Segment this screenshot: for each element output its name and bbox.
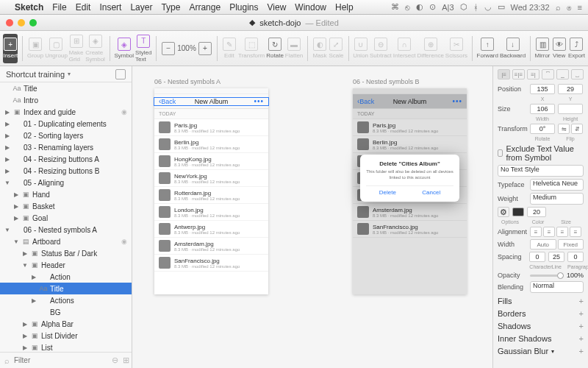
- layer-row[interactable]: AaTitle: [0, 283, 132, 294]
- intersect-button[interactable]: ∩Intersect: [393, 34, 416, 63]
- filter-toggle-icon[interactable]: ⊞: [123, 355, 129, 365]
- flip-v-icon[interactable]: ⇵: [571, 124, 583, 134]
- opacity-slider[interactable]: [530, 275, 564, 277]
- edit-button[interactable]: ✎Edit: [222, 34, 237, 63]
- blending-select[interactable]: Normal: [530, 281, 584, 293]
- symbol-button[interactable]: ◈Symbol: [114, 34, 134, 63]
- close-button[interactable]: [6, 19, 13, 26]
- menu-help[interactable]: Help: [335, 2, 354, 13]
- mirror-button[interactable]: ▥Mirror: [535, 34, 551, 63]
- status-icon[interactable]: ◐: [416, 2, 423, 12]
- zoom-out-button[interactable]: −: [161, 34, 176, 63]
- minimize-button[interactable]: [18, 19, 25, 26]
- createsymbol-button[interactable]: ◈Create Symbol: [85, 34, 105, 63]
- layer-row[interactable]: AaIntro: [0, 94, 132, 106]
- align-bottom-icon[interactable]: ⎵: [571, 69, 584, 79]
- fills-section[interactable]: Fills+: [498, 297, 584, 305]
- zoom-button[interactable]: [29, 19, 37, 26]
- layer-row[interactable]: ▶▣Hand: [0, 188, 132, 200]
- layer-row[interactable]: ▶Action: [0, 271, 132, 283]
- layer-row[interactable]: ▶▣Basket: [0, 200, 132, 212]
- position-y-input[interactable]: [558, 84, 583, 94]
- text-align-left-icon[interactable]: ≡: [530, 227, 542, 237]
- scissors-button[interactable]: ✂Scissors: [445, 34, 467, 63]
- layer-row[interactable]: ▼05 - Aligning: [0, 177, 132, 188]
- layer-row[interactable]: ▶▣Status Bar / Dark: [0, 247, 132, 259]
- styledtext-button[interactable]: TStyled Text: [135, 34, 151, 63]
- menu-plugins[interactable]: Plugins: [229, 2, 258, 13]
- fontsize-input[interactable]: [527, 207, 546, 217]
- view-button[interactable]: 👁View: [552, 34, 567, 63]
- status-icon[interactable]: ⊙: [429, 2, 436, 12]
- bluetooth-icon[interactable]: ᚼ: [473, 3, 478, 12]
- backward-button[interactable]: ↓Backward: [500, 34, 526, 63]
- zoom-level[interactable]: 100%: [177, 34, 196, 63]
- height-input[interactable]: [558, 104, 583, 114]
- app-menu[interactable]: Sketch: [15, 2, 43, 13]
- flatten-button[interactable]: ▬Flatten: [285, 34, 303, 63]
- layer-row[interactable]: BG: [0, 306, 132, 318]
- position-x-input[interactable]: [530, 84, 555, 94]
- text-align-justify-icon[interactable]: ≡: [570, 227, 581, 237]
- width-input[interactable]: [530, 104, 555, 114]
- layer-row[interactable]: ▶02 - Sorting layers: [0, 130, 132, 141]
- width-auto-button[interactable]: Auto: [530, 239, 556, 250]
- pages-toggle-icon[interactable]: [115, 69, 126, 79]
- ungroup-button[interactable]: ▢Ungroup: [45, 34, 68, 63]
- insert-button[interactable]: +Insert: [3, 34, 18, 63]
- para-spacing-input[interactable]: [567, 252, 584, 262]
- text-align-center-icon[interactable]: ≡: [543, 227, 555, 237]
- user-icon[interactable]: ⍟: [567, 3, 572, 12]
- layer-row[interactable]: ▶▣Index and guide◉: [0, 106, 132, 118]
- align-middle-icon[interactable]: ⎯: [556, 69, 569, 79]
- text-align-right-icon[interactable]: ≡: [556, 227, 568, 237]
- zoom-in-button[interactable]: +: [198, 34, 212, 63]
- difference-button[interactable]: ⊕Difference: [417, 34, 444, 63]
- layer-row[interactable]: ▶04 - Resizing buttons A: [0, 153, 132, 165]
- layer-row[interactable]: ▶▣Alpha Bar: [0, 318, 132, 330]
- exclude-checkbox[interactable]: Exclude Text Value from Symbol: [498, 144, 584, 162]
- forward-button[interactable]: ↑Forward: [477, 34, 498, 63]
- mask-button[interactable]: ◐Mask: [312, 34, 327, 63]
- layer-row[interactable]: ▶▣List Divider: [0, 330, 132, 342]
- clock[interactable]: Wed 23:32: [511, 3, 550, 12]
- shadows-section[interactable]: Shadows+: [498, 322, 584, 330]
- rotate-button[interactable]: ↻Rotate: [266, 34, 284, 63]
- layer-row[interactable]: ▶▣List: [0, 342, 132, 352]
- align-center-icon[interactable]: ≡|≡: [512, 69, 525, 79]
- layer-row[interactable]: ▼06 - Nested symbols A: [0, 224, 132, 236]
- union-button[interactable]: ∪Union: [353, 34, 368, 63]
- artboard-label[interactable]: 06 - Nested symbols B: [353, 78, 420, 85]
- nav-title-selected[interactable]: New Album: [154, 98, 268, 105]
- align-right-icon[interactable]: ≡|: [527, 69, 539, 79]
- menu-edit[interactable]: Edit: [76, 2, 91, 13]
- export-button[interactable]: ⤴Export: [568, 34, 585, 63]
- menu-view[interactable]: View: [268, 2, 287, 13]
- layer-row[interactable]: AaTitle: [0, 82, 132, 94]
- layer-row[interactable]: ▶03 - Renaming layers: [0, 141, 132, 153]
- pages-dropdown[interactable]: Shortcut training▾: [0, 66, 132, 82]
- spotlight-icon[interactable]: ⌕: [556, 3, 561, 12]
- layer-row[interactable]: ▶04 - Resizing buttons B: [0, 165, 132, 177]
- menu-type[interactable]: Type: [161, 2, 180, 13]
- wifi-icon[interactable]: ◡: [484, 2, 492, 12]
- gaussian-section[interactable]: Gaussian Blur▾+: [498, 347, 584, 355]
- width-fixed-button[interactable]: Fixed: [558, 239, 584, 250]
- dropbox-icon[interactable]: ⬡: [460, 2, 467, 12]
- layer-row[interactable]: ▼▣Header: [0, 259, 132, 271]
- transform-button[interactable]: ⬚Transform: [238, 34, 265, 63]
- menu-layer[interactable]: Layer: [130, 2, 152, 13]
- textstyle-select[interactable]: No Text Style: [498, 165, 584, 177]
- status-icon[interactable]: ⎋: [405, 3, 410, 12]
- typeface-select[interactable]: Helvetica Neue: [530, 179, 584, 191]
- borders-section[interactable]: Borders+: [498, 309, 584, 318]
- layer-row[interactable]: ▶Actions: [0, 294, 132, 306]
- rotate-input[interactable]: [530, 124, 555, 134]
- innershadows-section[interactable]: Inner Shadows+: [498, 334, 584, 343]
- notification-icon[interactable]: ≡: [578, 3, 582, 12]
- filter-input[interactable]: [14, 356, 107, 364]
- gear-icon[interactable]: ⚙: [498, 207, 509, 217]
- group-button[interactable]: ▣Group: [27, 34, 43, 63]
- subtract-button[interactable]: ⊖Subtract: [370, 34, 392, 63]
- char-spacing-input[interactable]: [529, 252, 545, 262]
